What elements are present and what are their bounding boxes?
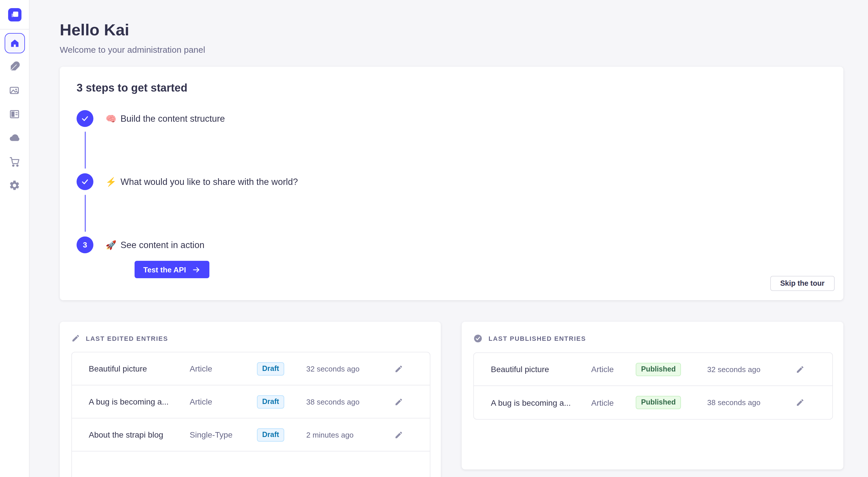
skip-tour-button[interactable]: Skip the tour [770, 276, 834, 291]
cart-icon [9, 156, 20, 167]
sidebar-item-settings[interactable] [8, 179, 21, 191]
edit-entry-button[interactable] [796, 365, 805, 374]
page-title: Hello Kai [60, 21, 843, 39]
step-1-text: Build the content structure [120, 113, 225, 124]
cloud-icon [8, 132, 21, 144]
guided-tour-card: 3 steps to get started 🧠 Build the conte… [60, 67, 843, 300]
entry-type: Article [591, 365, 636, 374]
edit-entry-button[interactable] [395, 430, 403, 439]
table-row[interactable]: About the strapi blog Single-Type Draft … [72, 418, 430, 451]
test-api-label: Test the API [143, 265, 186, 274]
last-edited-heading: LAST EDITED ENTRIES [86, 335, 168, 342]
step-3-text: See content in action [120, 240, 205, 250]
last-published-header: LAST PUBLISHED ENTRIES [473, 334, 833, 343]
check-circle-icon [473, 334, 483, 343]
status-badge: Draft [257, 428, 284, 441]
check-icon [81, 177, 89, 186]
entry-title: A bug is becoming a... [491, 398, 591, 407]
entry-title: Beautiful picture [89, 364, 190, 373]
step-3-label: 🚀 See content in action [105, 236, 826, 253]
check-icon [81, 114, 89, 123]
lightning-emoji: ⚡ [105, 176, 116, 187]
sidebar-item-media-library[interactable] [8, 84, 21, 96]
last-edited-header: LAST EDITED ENTRIES [71, 334, 431, 343]
main-content: Hello Kai Welcome to your administration… [30, 0, 868, 477]
feather-icon [9, 61, 20, 72]
pencil-icon [796, 398, 805, 407]
status-badge: Draft [257, 362, 284, 375]
edit-entry-button[interactable] [796, 398, 805, 407]
entry-type: Article [190, 364, 257, 373]
entry-type: Article [591, 398, 636, 407]
entry-time: 2 minutes ago [306, 430, 395, 439]
last-published-table: Beautiful picture Article Published 32 s… [473, 352, 833, 420]
test-api-button[interactable]: Test the API [134, 261, 209, 278]
pencil-icon [395, 364, 403, 373]
step-1-done-badge [76, 110, 93, 127]
entry-type: Article [190, 397, 257, 406]
step-1-label: 🧠 Build the content structure [105, 110, 826, 127]
sidebar-nav [0, 30, 29, 191]
entry-time: 38 seconds ago [707, 398, 796, 407]
brain-emoji: 🧠 [105, 113, 116, 124]
pencil-icon [71, 334, 80, 343]
table-row[interactable]: A bug is becoming a... Article Draft 38 … [72, 385, 430, 418]
table-row[interactable]: A bug is becoming a... Article Published… [474, 386, 832, 419]
edit-entry-button[interactable] [395, 397, 403, 406]
status-badge: Published [636, 363, 681, 376]
strapi-logo-icon [8, 8, 21, 21]
entry-time: 38 seconds ago [306, 397, 395, 406]
entry-title: About the strapi blog [89, 430, 190, 439]
sidebar [0, 0, 30, 477]
tour-step-2: ⚡ What would you like to share with the … [76, 173, 826, 236]
sidebar-item-home[interactable] [4, 33, 25, 53]
tour-step-3: 3 🚀 See content in action Test the API [76, 236, 826, 278]
tour-steps: 🧠 Build the content structure ⚡ What wou… [76, 110, 826, 278]
table-row[interactable]: Beautiful picture Article Published 32 s… [474, 353, 832, 386]
last-edited-table: Beautiful picture Article Draft 32 secon… [71, 352, 431, 477]
last-edited-card: LAST EDITED ENTRIES Beautiful picture Ar… [60, 322, 441, 477]
images-icon [9, 84, 20, 96]
last-published-heading: LAST PUBLISHED ENTRIES [489, 335, 586, 342]
sidebar-item-content-manager[interactable] [8, 60, 21, 72]
tour-step-1: 🧠 Build the content structure [76, 110, 826, 173]
entry-time: 32 seconds ago [707, 365, 796, 374]
table-row[interactable]: Beautiful picture Article Draft 32 secon… [72, 352, 430, 385]
last-published-card: LAST PUBLISHED ENTRIES Beautiful picture… [462, 322, 843, 470]
step-2-label: ⚡ What would you like to share with the … [105, 173, 826, 190]
step-2-text: What would you like to share with the wo… [120, 176, 298, 187]
home-icon [9, 38, 20, 48]
entry-time: 32 seconds ago [306, 364, 395, 373]
tour-title: 3 steps to get started [76, 82, 826, 95]
entries-section: LAST EDITED ENTRIES Beautiful picture Ar… [60, 322, 843, 477]
strapi-logo-button[interactable] [0, 0, 29, 30]
entry-type: Single-Type [190, 430, 257, 439]
status-badge: Published [636, 396, 681, 409]
entry-title: A bug is becoming a... [89, 397, 190, 406]
sidebar-item-marketplace[interactable] [8, 155, 21, 168]
sidebar-item-deploy[interactable] [8, 132, 21, 144]
pencil-icon [395, 430, 403, 439]
pencil-icon [395, 397, 403, 406]
rocket-emoji: 🚀 [105, 240, 116, 250]
gear-icon [9, 179, 20, 191]
entry-title: Beautiful picture [491, 365, 591, 374]
layout-icon [9, 108, 20, 120]
page-subtitle: Welcome to your administration panel [60, 45, 843, 55]
sidebar-item-content-type-builder[interactable] [8, 108, 21, 120]
status-badge: Draft [257, 395, 284, 408]
arrow-right-icon [192, 265, 200, 274]
step-3-number-badge: 3 [76, 236, 93, 253]
pencil-icon [796, 365, 805, 374]
step-2-done-badge [76, 173, 93, 190]
edit-entry-button[interactable] [395, 364, 403, 373]
app: Hello Kai Welcome to your administration… [0, 0, 868, 477]
